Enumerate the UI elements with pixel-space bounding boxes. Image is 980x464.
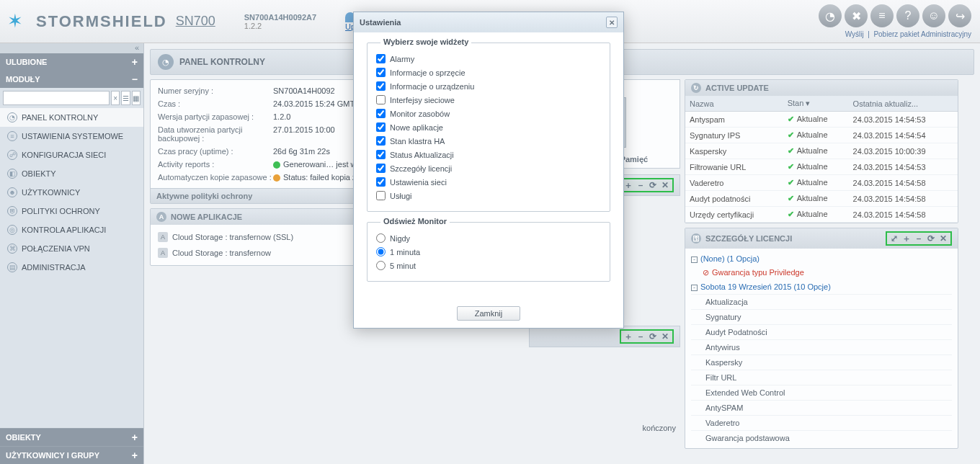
shrink-icon[interactable]: ⤢ — [889, 233, 899, 244]
license-group-1[interactable]: -(None) (1 Opcja) — [691, 251, 952, 266]
add-icon[interactable]: ＋ — [623, 180, 633, 190]
checkbox-row[interactable]: Ustawienia sieci — [376, 175, 601, 189]
dialog-close-icon[interactable]: ✕ — [606, 17, 618, 28]
sidebar-section-objects-bottom[interactable]: OBIEKTY + — [0, 428, 143, 446]
stats-icon[interactable]: ≡ — [870, 4, 894, 27]
sidebar-item-system[interactable]: ≡USTAWIENIA SYSTEMOWE — [0, 127, 143, 146]
refresh-icon[interactable]: ⟳ — [926, 233, 936, 244]
radio-row[interactable]: 1 minuta — [376, 245, 601, 259]
download-admin-link[interactable]: Pobierz pakiet Administracyjny — [873, 30, 971, 38]
checkbox-row[interactable]: Stan klastra HA — [376, 134, 601, 148]
dashboard-icon[interactable]: ◔ — [819, 4, 842, 27]
checkbox-row[interactable]: Monitor zasobów — [376, 107, 601, 120]
checkbox-input[interactable] — [376, 177, 386, 187]
sidebar-item-admin[interactable]: ▤ADMINISTRACJA — [0, 258, 143, 277]
view-list-icon[interactable]: ☰ — [121, 91, 130, 105]
top-icon-bar: ◔ ✖ ≡ ? ☺ ↪ — [819, 4, 971, 27]
dash-col-right: ↻ACTIVE UPDATE Nazwa Stan ▾ Ostatnia akt… — [685, 79, 958, 464]
checkbox-input[interactable] — [376, 122, 386, 132]
send-link[interactable]: Wyślij — [845, 30, 864, 38]
cell-time: 24.03.2015 14:54:53 — [849, 112, 958, 128]
table-row[interactable]: Urzędy certyfikacji✔Aktualne24.03.2015 1… — [685, 207, 958, 223]
sidebar-item-dashboard[interactable]: ◔PANEL KONTROLNY — [0, 108, 143, 127]
add-icon[interactable]: ＋ — [901, 233, 912, 244]
sidebar-item-policies[interactable]: ⛨POLITYKI OCHRONY — [0, 202, 143, 220]
clear-search-icon[interactable]: × — [111, 91, 120, 105]
remove-icon[interactable]: － — [636, 331, 646, 342]
checkbox-row[interactable]: Informacje o urządzeniu — [376, 79, 601, 93]
add-icon[interactable]: ＋ — [623, 331, 633, 342]
col-name[interactable]: Nazwa — [685, 96, 783, 112]
table-row[interactable]: Sygnatury IPS✔Aktualne24.03.2015 14:54:5… — [685, 128, 958, 143]
plus-icon[interactable]: + — [132, 450, 138, 461]
checkbox-input[interactable] — [376, 150, 386, 159]
view-grid-icon[interactable]: ▦ — [132, 91, 141, 105]
checkbox-row[interactable]: Usługi — [376, 189, 601, 202]
sidebar-section-modules[interactable]: MODUŁY − — [0, 71, 143, 88]
table-row[interactable]: Filtrowanie URL✔Aktualne24.03.2015 14:54… — [685, 159, 958, 175]
sidebar-item-network[interactable]: ☍KONFIGURACJA SIECI — [0, 146, 143, 164]
table-row[interactable]: Audyt podatności✔Aktualne24.03.2015 14:5… — [685, 191, 958, 207]
kv-key: Czas pracy (uptime) : — [158, 147, 273, 156]
checkbox-input[interactable] — [376, 54, 386, 63]
remove-icon[interactable]: － — [636, 180, 646, 190]
refresh-icon[interactable]: ⟳ — [648, 331, 658, 342]
page-title: PANEL KONTROLNY — [179, 57, 265, 67]
checkbox-input[interactable] — [376, 95, 386, 104]
radio-row[interactable]: Nigdy — [376, 231, 601, 245]
checkbox-label: Status Aktualizacji — [390, 151, 454, 159]
col-state[interactable]: Stan ▾ — [783, 96, 849, 112]
logout-icon[interactable]: ↪ — [948, 4, 971, 27]
sidebar-collapse-icon[interactable]: « — [0, 43, 143, 53]
refresh-icon[interactable]: ⟳ — [648, 180, 658, 190]
sidebar-item-appcontrol[interactable]: ◎KONTROLA APLIKACJI — [0, 220, 143, 239]
model-link[interactable]: SN700 — [176, 14, 215, 29]
checkbox-row[interactable]: Status Aktualizacji — [376, 148, 601, 161]
checkbox-row[interactable]: Alarmy — [376, 52, 601, 66]
plus-icon[interactable]: + — [132, 56, 138, 68]
sidebar-search-input[interactable] — [3, 91, 110, 105]
sidebar-item-label: ADMINISTRACJA — [22, 263, 86, 272]
sidebar-section-users-groups[interactable]: UŻYTKOWNICY I GRUPY + — [0, 446, 143, 464]
checkbox-row[interactable]: Nowe aplikacje — [376, 120, 601, 134]
close-button[interactable]: Zamknij — [457, 306, 521, 321]
checkbox-input[interactable] — [376, 191, 386, 200]
account-icon[interactable]: ☺ — [922, 4, 945, 27]
dialog-footer: Zamknij — [354, 299, 623, 328]
tools-icon[interactable]: ✖ — [845, 4, 868, 27]
fieldset-refresh: Odśwież Monitor Nigdy1 minuta5 minut — [367, 222, 610, 282]
fieldset-widgets: Wybierz swoje widżety AlarmyInformacje o… — [367, 43, 610, 212]
radio-input[interactable] — [376, 233, 386, 243]
close-icon[interactable]: ✕ — [660, 180, 670, 190]
checkbox-input[interactable] — [376, 109, 386, 118]
close-icon[interactable]: ✕ — [938, 233, 948, 244]
kv-key: Data utworzenia partycji backupowej : — [158, 125, 273, 143]
table-row[interactable]: Kaspersky✔Aktualne24.03.2015 10:00:39 — [685, 143, 958, 159]
sidebar-item-objects[interactable]: ◧OBIEKTY — [0, 164, 143, 183]
checkbox-input[interactable] — [376, 136, 386, 146]
radio-input[interactable] — [376, 261, 386, 270]
check-icon: ✔ — [788, 130, 794, 139]
minus-icon[interactable]: − — [132, 73, 138, 85]
help-icon[interactable]: ? — [896, 4, 919, 27]
table-row[interactable]: Vaderetro✔Aktualne24.03.2015 14:54:58 — [685, 175, 958, 191]
license-group-2[interactable]: -Sobota 19 Wrzesień 2015 (10 Opcje) — [691, 280, 952, 294]
plus-icon[interactable]: + — [132, 432, 138, 443]
license-item: Sygnatury — [691, 309, 952, 324]
checkbox-input[interactable] — [376, 164, 386, 173]
remove-icon[interactable]: － — [914, 233, 924, 244]
sidebar-item-users[interactable]: ☻UŻYTKOWNICY — [0, 183, 143, 202]
checkbox-input[interactable] — [376, 68, 386, 77]
checkbox-row[interactable]: Szczegóły licencji — [376, 161, 601, 175]
sidebar-section-favorites[interactable]: ULUBIONE + — [0, 53, 143, 71]
sidebar-item-vpn[interactable]: ⌘POŁĄCZENIA VPN — [0, 239, 143, 258]
dialog-header[interactable]: Ustawienia ✕ — [354, 12, 623, 32]
checkbox-input[interactable] — [376, 81, 386, 91]
table-row[interactable]: Antyspam✔Aktualne24.03.2015 14:54:53 — [685, 112, 958, 128]
close-icon[interactable]: ✕ — [660, 331, 670, 342]
checkbox-row[interactable]: Interfejsy sieciowe — [376, 93, 601, 107]
col-last[interactable]: Ostatnia aktualiz... — [849, 96, 958, 112]
checkbox-row[interactable]: Informacje o sprzęcie — [376, 66, 601, 79]
radio-row[interactable]: 5 minut — [376, 259, 601, 272]
radio-input[interactable] — [376, 247, 386, 256]
